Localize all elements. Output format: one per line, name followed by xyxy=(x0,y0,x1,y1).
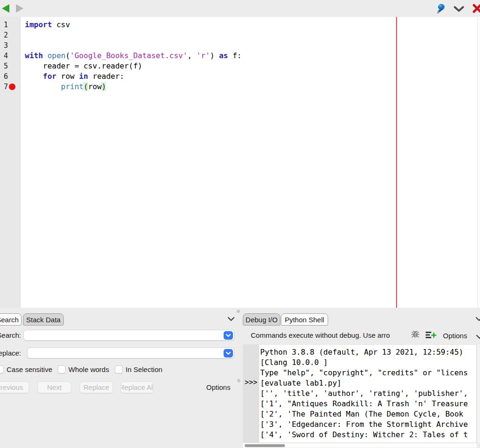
search-input[interactable] xyxy=(27,331,222,340)
code-line[interactable]: print(row) xyxy=(25,82,475,92)
bottom-panels: Search Stack Data Search: Replace: Case … xyxy=(0,308,480,448)
shell-status-message: Commands execute without debug. Use arro xyxy=(251,331,390,339)
editor-scrollbar[interactable] xyxy=(477,17,480,308)
tab-search-label: Search xyxy=(0,316,19,324)
replace-all-button[interactable]: Replace All xyxy=(120,381,153,393)
case-sensitive-label: Case sensitive xyxy=(7,365,52,374)
shell-output-line: ['4', 'Sword of Destiny: Witcher 2: Tale… xyxy=(260,430,475,440)
search-field[interactable] xyxy=(23,330,234,341)
code-line[interactable]: for row in reader: xyxy=(25,71,475,82)
debug-bug-icon[interactable] xyxy=(410,330,420,341)
code-lines[interactable]: import csvwith open('Google_Books_Datase… xyxy=(25,20,475,92)
code-line[interactable] xyxy=(25,30,475,40)
line-number[interactable]: 3 xyxy=(0,40,20,51)
code-line[interactable]: with open('Google_Books_Dataset.csv', 'r… xyxy=(25,51,475,61)
line-number[interactable]: 6 xyxy=(0,71,20,82)
shell-output-line: [evaluate lab1.py] xyxy=(260,378,475,388)
line-number[interactable]: 2 xyxy=(0,30,20,40)
back-arrow-icon[interactable] xyxy=(2,4,9,13)
shell-output-line: Type "help", "copyright", "credits" or "… xyxy=(260,368,475,378)
toolbar xyxy=(0,0,480,17)
whole-words-label: Whole words xyxy=(68,365,109,374)
shell-output-line: [Clang 10.0.0 ] xyxy=(260,357,475,368)
splitter-handle-dot[interactable] xyxy=(237,379,240,382)
shell-prompt: >>> xyxy=(245,378,257,387)
shell-scrollbar-thumb[interactable] xyxy=(245,444,285,447)
forward-arrow-icon[interactable] xyxy=(16,4,23,13)
panel-collapse-chevron-icon[interactable] xyxy=(475,315,480,324)
in-selection-label: In Selection xyxy=(126,365,162,374)
replace-field[interactable] xyxy=(27,348,234,358)
tab-debug-io-label: Debug I/O xyxy=(246,316,278,324)
search-label: Search: xyxy=(0,331,21,339)
shell-output-line: ['', 'title', 'author', 'rating', 'publi… xyxy=(260,388,475,399)
shell-panel: Debug I/O Python Shell Commands execute … xyxy=(242,308,480,448)
code-line[interactable] xyxy=(25,40,475,51)
breakpoint-dot[interactable] xyxy=(9,84,15,90)
tab-stack-data-label: Stack Data xyxy=(26,316,60,324)
tab-debug-io[interactable]: Debug I/O xyxy=(243,313,280,326)
line-number[interactable]: 1 xyxy=(0,20,20,30)
shell-output-line: ['3', 'Edgedancer: From the Stormlight A… xyxy=(260,419,475,430)
previous-button[interactable]: Previous xyxy=(0,381,29,393)
whole-words-checkbox[interactable] xyxy=(58,365,66,373)
tab-python-shell[interactable]: Python Shell xyxy=(281,313,328,326)
replace-history-dropdown-button[interactable] xyxy=(224,349,233,357)
shell-horizontal-scrollbar[interactable] xyxy=(243,443,477,448)
close-icon[interactable] xyxy=(472,3,480,15)
splitter-handle-dot[interactable] xyxy=(237,310,240,313)
shell-vertical-scrollbar[interactable] xyxy=(477,344,480,443)
search-options-row: Case sensitive Whole words In Selection xyxy=(0,365,236,374)
tab-search[interactable]: Search xyxy=(0,313,22,326)
panel-collapse-chevron-icon[interactable] xyxy=(227,315,235,324)
shell-gutter xyxy=(243,345,259,443)
search-history-dropdown-button[interactable] xyxy=(224,331,233,340)
in-selection-checkbox[interactable] xyxy=(115,365,123,373)
search-options-menu[interactable]: Options xyxy=(206,383,231,391)
line-number[interactable]: 7 xyxy=(0,82,20,92)
shell-output-line: ['1', "Antiques Roadkill: A Trash 'n' Tr… xyxy=(260,399,475,409)
code-line[interactable]: import csv xyxy=(25,20,475,30)
case-sensitive-checkbox[interactable] xyxy=(0,365,4,373)
list-add-icon[interactable] xyxy=(425,331,436,341)
python-shell-output[interactable]: >>> Python 3.8.8 (default, Apr 13 2021, … xyxy=(243,344,477,443)
tab-stack-data[interactable]: Stack Data xyxy=(23,313,64,326)
replace-button[interactable]: Replace xyxy=(80,381,113,393)
line-number[interactable]: 5 xyxy=(0,61,20,71)
pushpin-icon[interactable] xyxy=(435,2,446,17)
shell-output-line: ['2', 'The Painted Man (The Demon Cycle,… xyxy=(260,409,475,419)
toolbar-chevron-down-icon[interactable] xyxy=(453,5,465,15)
shell-output-line: Python 3.8.8 (default, Apr 13 2021, 12:5… xyxy=(260,347,475,357)
line-number-gutter[interactable]: 1234567 xyxy=(0,17,21,308)
code-line[interactable]: reader = csv.reader(f) xyxy=(25,61,475,71)
next-button[interactable]: Next xyxy=(38,381,71,393)
line-number[interactable]: 4 xyxy=(0,51,20,61)
tab-python-shell-label: Python Shell xyxy=(285,316,324,324)
replace-label: Replace: xyxy=(0,349,21,357)
code-editor[interactable]: 1234567 import csvwith open('Google_Book… xyxy=(0,17,480,308)
shell-options-menu[interactable]: Options xyxy=(443,332,467,340)
shell-options-chevron-icon[interactable] xyxy=(475,333,480,342)
search-panel: Search Stack Data Search: Replace: Case … xyxy=(0,308,236,448)
replace-input[interactable] xyxy=(30,349,222,357)
